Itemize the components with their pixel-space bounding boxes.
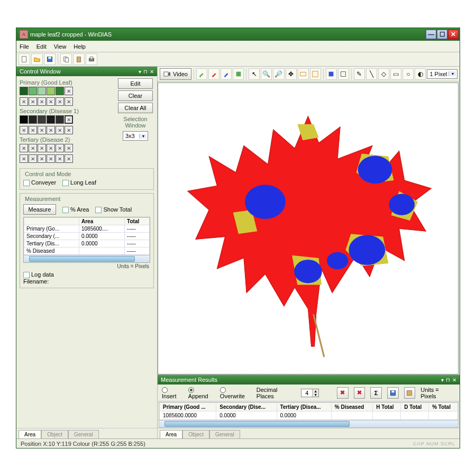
swatch-empty[interactable]: ✕ xyxy=(65,115,73,124)
zoom-out-icon[interactable]: 🔎 xyxy=(273,68,284,80)
fit-icon[interactable] xyxy=(298,68,309,80)
menu-edit[interactable]: Edit xyxy=(36,43,47,50)
pct-area-checkbox[interactable]: % Area xyxy=(62,206,89,213)
tab-general[interactable]: General xyxy=(209,430,240,438)
clear-icon[interactable] xyxy=(338,68,349,80)
close-icon[interactable]: ✕ xyxy=(452,377,456,383)
menu-view[interactable]: View xyxy=(54,43,67,50)
paste-icon[interactable] xyxy=(73,53,85,65)
title-bar[interactable]: A maple leaf2 cropped - WinDIAS — ☐ ✕ xyxy=(16,28,460,41)
shape-icon[interactable]: ◇ xyxy=(378,68,389,80)
edit-button[interactable]: Edit xyxy=(118,78,153,89)
conveyer-checkbox[interactable]: Conveyer xyxy=(23,179,56,186)
swatch[interactable] xyxy=(56,87,64,95)
actual-size-icon[interactable] xyxy=(310,68,321,80)
pan-icon[interactable]: ✥ xyxy=(286,68,297,80)
export-icon[interactable] xyxy=(404,387,416,399)
log-data-checkbox[interactable]: Log data xyxy=(23,271,54,278)
swatch-empty[interactable]: ✕ xyxy=(47,144,55,152)
swatch[interactable] xyxy=(47,115,55,124)
swatch-empty[interactable]: ✕ xyxy=(20,126,28,134)
swatch-empty[interactable]: ✕ xyxy=(20,154,28,163)
color-tool-icon[interactable] xyxy=(233,68,244,80)
control-panel-header[interactable]: Control Window ▾⊓✕ xyxy=(16,67,157,76)
show-total-checkbox[interactable]: Show Total xyxy=(95,206,132,213)
video-button[interactable]: Video xyxy=(160,68,191,80)
copy-icon[interactable] xyxy=(60,53,72,65)
swatch-empty[interactable]: ✕ xyxy=(56,126,64,134)
swatch[interactable] xyxy=(38,87,46,95)
pin-icon[interactable]: ▾ xyxy=(441,377,444,383)
swatch[interactable] xyxy=(29,87,37,95)
fill-icon[interactable]: ◐ xyxy=(415,68,426,80)
swatch-empty[interactable]: ✕ xyxy=(65,126,73,134)
swatch-empty[interactable]: ✕ xyxy=(56,154,64,163)
insert-radio[interactable]: Insert xyxy=(162,386,183,399)
swatch-empty[interactable]: ✕ xyxy=(47,126,55,134)
append-radio[interactable]: Append xyxy=(188,386,215,399)
swatch[interactable] xyxy=(38,115,46,124)
line-icon[interactable]: ╲ xyxy=(366,68,377,80)
tab-area[interactable]: Area xyxy=(19,430,41,438)
close-icon[interactable]: ✕ xyxy=(150,69,154,75)
sum-icon[interactable]: Σ xyxy=(370,387,382,399)
swatch-empty[interactable]: ✕ xyxy=(38,97,46,106)
swatch-empty[interactable]: ✕ xyxy=(38,144,46,152)
swatch-empty[interactable]: ✕ xyxy=(65,87,73,95)
swatch-empty[interactable]: ✕ xyxy=(29,154,37,163)
delete-icon[interactable]: ✖ xyxy=(337,387,349,399)
swatch-empty[interactable]: ✕ xyxy=(56,97,64,106)
swatch-empty[interactable]: ✕ xyxy=(47,97,55,106)
open-icon[interactable] xyxy=(31,53,43,65)
swatch[interactable] xyxy=(29,115,37,124)
swatch-empty[interactable]: ✕ xyxy=(29,144,37,152)
overwrite-radio[interactable]: Overwrite xyxy=(220,386,251,399)
swatch[interactable] xyxy=(47,87,55,95)
long-leaf-checkbox[interactable]: Long Leaf xyxy=(62,179,96,186)
image-viewport[interactable] xyxy=(158,83,459,374)
select-rect-icon[interactable] xyxy=(326,68,337,80)
swatch-empty[interactable]: ✕ xyxy=(38,126,46,134)
save-icon[interactable] xyxy=(44,53,56,65)
decimal-spinner[interactable]: ▲▼ xyxy=(301,389,319,397)
menu-help[interactable]: Help xyxy=(74,43,86,50)
horizontal-scrollbar[interactable] xyxy=(159,420,458,427)
tab-general[interactable]: General xyxy=(68,430,99,438)
pixel-combo[interactable]: 1 Pixel▾ xyxy=(427,69,457,79)
zoom-in-icon[interactable]: 🔍 xyxy=(261,68,272,80)
color-tool-icon[interactable] xyxy=(196,68,207,80)
close-button[interactable]: ✕ xyxy=(448,30,459,39)
color-tool-icon[interactable] xyxy=(221,68,232,80)
maximize-button[interactable]: ☐ xyxy=(437,30,447,39)
swatch-empty[interactable]: ✕ xyxy=(29,126,37,134)
rect-icon[interactable]: ▭ xyxy=(390,68,401,80)
autohide-icon[interactable]: ⊓ xyxy=(143,69,148,75)
swatch-empty[interactable]: ✕ xyxy=(65,154,73,163)
color-tool-icon[interactable] xyxy=(208,68,219,80)
delete-all-icon[interactable]: ✖ xyxy=(354,387,365,399)
pencil-icon[interactable]: ✎ xyxy=(354,68,365,80)
print-icon[interactable] xyxy=(86,53,97,65)
swatch-empty[interactable]: ✕ xyxy=(38,154,46,163)
tab-area[interactable]: Area xyxy=(160,430,182,438)
swatch-empty[interactable]: ✕ xyxy=(56,144,64,152)
swatch[interactable] xyxy=(20,115,28,124)
measure-button[interactable]: Measure xyxy=(23,204,56,215)
swatch-empty[interactable]: ✕ xyxy=(65,144,73,152)
swatch-empty[interactable]: ✕ xyxy=(20,97,28,106)
swatch-empty[interactable]: ✕ xyxy=(29,97,37,106)
swatch-empty[interactable]: ✕ xyxy=(20,144,28,152)
swatch[interactable] xyxy=(56,115,64,124)
swatch-empty[interactable]: ✕ xyxy=(47,154,55,163)
tab-object[interactable]: Object xyxy=(182,430,209,438)
pointer-icon[interactable]: ↖ xyxy=(249,68,260,80)
clear-all-button[interactable]: Clear All xyxy=(118,103,153,113)
autohide-icon[interactable]: ⊓ xyxy=(446,377,450,383)
tab-object[interactable]: Object xyxy=(41,430,68,438)
swatch-empty[interactable]: ✕ xyxy=(65,97,73,106)
selection-window-combo[interactable]: 3x3▾ xyxy=(123,131,148,141)
menu-file[interactable]: File xyxy=(20,43,29,50)
results-header[interactable]: Measurement Results ▾⊓✕ xyxy=(158,375,460,385)
save-icon[interactable] xyxy=(387,387,399,399)
swatch[interactable] xyxy=(20,87,28,95)
